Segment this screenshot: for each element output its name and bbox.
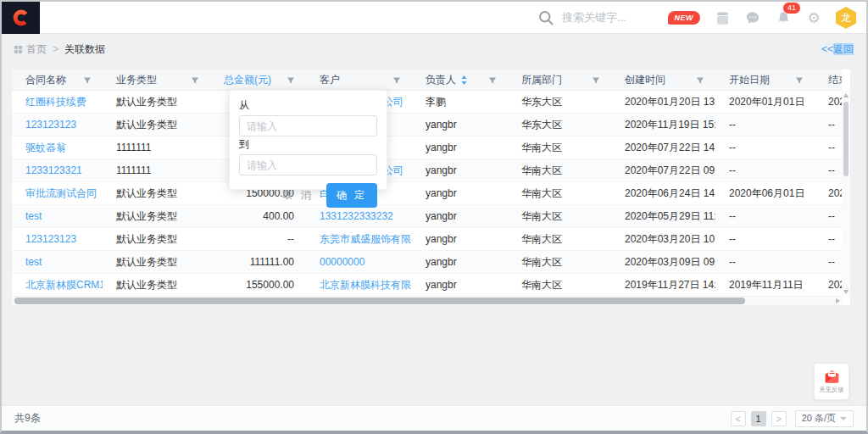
chevron-down-icon: [840, 417, 847, 420]
topbar: 搜索关键字... NEW: [2, 2, 866, 34]
contract-name-link[interactable]: 123123123: [12, 119, 103, 131]
owner-cell: yangbr: [412, 210, 508, 222]
filter-popup-footer: 取 消 确 定: [239, 183, 377, 208]
avatar[interactable]: 龙: [836, 7, 856, 29]
end-date-cell: --: [815, 119, 842, 131]
filter-funnel-icon[interactable]: [392, 75, 401, 87]
created-time-cell: 2019年11月27日 14:18: [611, 278, 715, 292]
filter-funnel-icon[interactable]: [696, 75, 704, 87]
filter-to-label: 到: [239, 137, 377, 152]
vertical-scroll-thumb[interactable]: [843, 102, 849, 176]
global-search[interactable]: 搜索关键字...: [537, 2, 626, 34]
column-header-9[interactable]: 结束日期: [815, 70, 842, 90]
gear-icon[interactable]: ⚙: [805, 9, 822, 26]
filter-to-input[interactable]: [239, 154, 377, 175]
total-amount-cell: --: [210, 233, 306, 245]
sort-icon[interactable]: [460, 75, 468, 86]
contract-name-link[interactable]: 红圈科技续费: [12, 95, 103, 109]
notebook-icon[interactable]: [714, 9, 731, 26]
table-header-row: 合同名称业务类型总金额(元)客户负责人所属部门创建时间开始日期结束日期: [12, 70, 842, 91]
horizontal-scrollbar[interactable]: [12, 297, 842, 305]
column-label: 业务类型: [116, 73, 157, 87]
column-header-3[interactable]: 总金额(元): [210, 70, 306, 90]
department-cell: 华南大区: [508, 255, 611, 270]
vertical-scrollbar[interactable]: [842, 91, 850, 297]
column-header-2[interactable]: 业务类型: [103, 70, 210, 90]
next-page-button[interactable]: >: [771, 411, 787, 426]
contract-name-link[interactable]: 北京新林膜CRM100用户...: [12, 278, 103, 292]
breadcrumb-separator: >: [53, 43, 58, 55]
cancel-button[interactable]: 取 消: [282, 188, 313, 203]
chat-icon[interactable]: [744, 9, 761, 26]
start-date-cell: 2019年11月11日: [715, 278, 815, 292]
owner-cell: yangbr: [412, 187, 508, 199]
amount-filter-popup: 从 到 取 消 确 定: [229, 90, 387, 190]
column-label: 合同名称: [25, 73, 66, 87]
column-header-6[interactable]: 所属部门: [508, 70, 611, 90]
column-header-5[interactable]: 负责人: [412, 70, 508, 90]
column-header-1[interactable]: 合同名称: [12, 70, 103, 90]
filter-from-input[interactable]: [239, 115, 377, 136]
page-size-select[interactable]: 20 条/页: [795, 410, 854, 427]
contract-name-link[interactable]: 1233123321: [12, 164, 103, 176]
filter-funnel-icon[interactable]: [592, 75, 600, 87]
customer-link[interactable]: 00000000: [306, 256, 412, 268]
start-date-cell: --: [715, 210, 815, 222]
filter-funnel-icon[interactable]: [287, 75, 295, 87]
contract-name-link[interactable]: 驱蚊器翁: [12, 141, 103, 155]
page-size-value: 20 条/页: [802, 412, 836, 425]
business-type-cell: 默认业务类型: [103, 186, 210, 201]
breadcrumb-home[interactable]: 首页: [26, 42, 47, 57]
filter-funnel-icon[interactable]: [488, 75, 497, 87]
table-row: 12331233211111111公司yangbr华南大区2020年07月22日…: [12, 159, 842, 182]
feedback-button[interactable]: 意见反馈: [814, 363, 849, 400]
column-label: 所属部门: [521, 73, 562, 87]
back-link-arrows: <<: [821, 43, 833, 55]
total-amount-cell: 155000.00: [210, 279, 306, 291]
owner-cell: yangbr: [412, 142, 508, 153]
customer-link[interactable]: 北京新林膜科技有限公司: [306, 278, 412, 292]
search-icon: [537, 9, 554, 26]
column-header-8[interactable]: 开始日期: [715, 70, 815, 90]
created-time-cell: 2020年03月09日 09:57: [611, 255, 715, 270]
column-header-4[interactable]: 客户: [306, 70, 412, 90]
department-cell: 华南大区: [508, 209, 611, 224]
notification-badge[interactable]: 41: [782, 2, 801, 14]
owner-cell: yangbr: [412, 119, 508, 131]
column-header-7[interactable]: 创建时间: [611, 70, 715, 90]
table-row: 红圈科技续费默认业务类型公司李鹏华东大区2020年01月20日 13:23202…: [12, 91, 842, 114]
app-logo[interactable]: [2, 2, 40, 34]
scroll-down-arrow-icon[interactable]: [843, 290, 849, 294]
filter-funnel-icon[interactable]: [795, 75, 804, 87]
prev-page-button[interactable]: <: [731, 411, 746, 426]
filter-funnel-icon[interactable]: [191, 75, 199, 87]
footer-bar: 共9条 < 1 > 20 条/页: [2, 405, 866, 431]
table-row: test默认业务类型400.001331232333232yangbr华南大区2…: [12, 205, 842, 228]
horizontal-scroll-thumb[interactable]: [14, 298, 745, 304]
new-badge[interactable]: NEW: [668, 11, 701, 25]
confirm-button[interactable]: 确 定: [326, 183, 377, 208]
created-time-cell: 2020年03月20日 10:10: [611, 232, 715, 247]
table-scroll-area: 合同名称业务类型总金额(元)客户负责人所属部门创建时间开始日期结束日期 红圈科技…: [12, 70, 842, 297]
start-date-cell: 2020年01月01日: [715, 95, 815, 109]
contract-name-link[interactable]: 123123123: [12, 233, 103, 245]
scroll-up-arrow-icon[interactable]: [843, 93, 849, 97]
current-page[interactable]: 1: [751, 411, 766, 426]
customer-link[interactable]: 东莞市威盛服饰有限公司: [306, 232, 412, 247]
created-time-cell: 2020年06月24日 14:45: [611, 186, 715, 201]
contract-name-link[interactable]: test: [12, 256, 103, 268]
breadcrumb: 首页 > 关联数据 <<返回: [2, 35, 866, 64]
created-time-cell: 2020年11月19日 15:41: [611, 118, 715, 132]
customer-link[interactable]: 1331232333232: [306, 210, 412, 222]
contract-name-link[interactable]: 审批流测试合同: [12, 186, 103, 201]
scroll-right-arrow-icon[interactable]: [836, 298, 840, 303]
table-row: 123123123默认业务类型yangbr华东大区2020年11月19日 15:…: [12, 114, 842, 136]
end-date-cell: 2020年: [815, 278, 842, 292]
end-date-cell: --: [815, 210, 842, 222]
bell-icon[interactable]: 41: [775, 9, 792, 26]
feedback-mail-icon: [824, 369, 840, 383]
back-link[interactable]: <<返回: [821, 42, 854, 57]
filter-funnel-icon[interactable]: [83, 75, 92, 87]
contract-name-link[interactable]: test: [12, 210, 103, 222]
start-date-cell: --: [715, 256, 815, 268]
